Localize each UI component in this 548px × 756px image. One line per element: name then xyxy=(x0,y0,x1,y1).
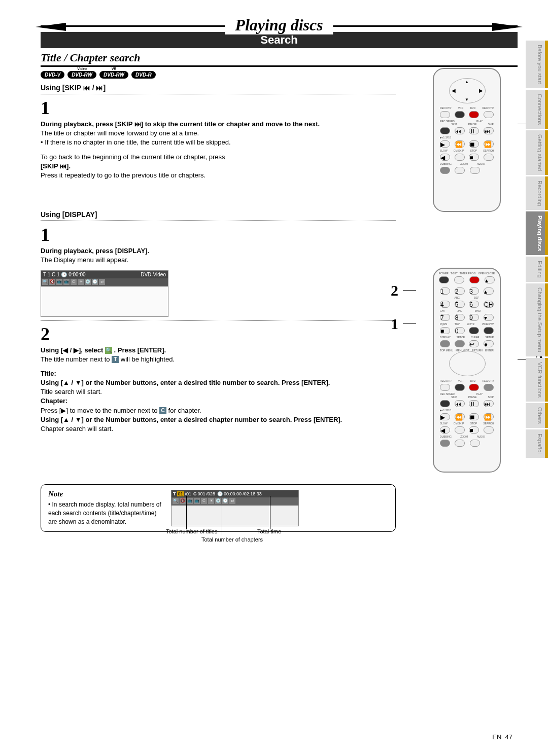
note-bullet: • In search mode display, total numbers … xyxy=(48,500,165,526)
skip-step-number: 1 xyxy=(41,97,396,119)
display-step2-text: Using [◀ / ▶], select 🔍 . Press [ENTER].… xyxy=(41,346,396,364)
display-step2-number: 2 xyxy=(41,323,396,345)
tab-connections[interactable]: Connections xyxy=(526,90,548,129)
callout-total-time: Total time xyxy=(257,528,281,534)
tab-recording[interactable]: Recording xyxy=(526,176,548,210)
display-heading: Using [DISPLAY] xyxy=(41,210,396,219)
skip-goback-text: To go back to the beginning of the curre… xyxy=(41,153,396,181)
callout-total-titles: Total number of titles xyxy=(166,528,218,534)
remote2-callout-2-left: 2 xyxy=(391,282,398,299)
tab-editing[interactable]: Editing xyxy=(526,257,548,282)
page-number: EN 47 xyxy=(492,733,512,741)
tab-playing-discs[interactable]: Playing discs xyxy=(526,211,548,255)
tab-others[interactable]: Others xyxy=(526,403,548,428)
note-box: Note • In search mode display, total num… xyxy=(41,484,396,532)
search-icon: 🔍 xyxy=(105,347,112,354)
dotted-rule xyxy=(41,94,396,94)
tab-changing-setup[interactable]: Changing the Setup menu xyxy=(526,283,548,356)
badge-dvd-rw-vr: VRDVD-RW xyxy=(99,71,128,79)
header-rule: Playing discs xyxy=(41,25,518,27)
badge-dvd-v: DVD-V xyxy=(41,71,64,79)
header-decor-left xyxy=(36,23,66,31)
note-display-panel: T 01/01 C 001/028 🕒 00:00:00/02:18:33 🔍🔇… xyxy=(171,490,299,526)
remote-diagram-2: POWERT-SETTIMER PROG.OPEN/CLOSE ▴ 123▴ A… xyxy=(416,268,518,473)
tab-getting-started[interactable]: Getting started xyxy=(526,130,548,175)
title-icon: T xyxy=(112,356,119,363)
dotted-rule-3 xyxy=(41,320,396,320)
tab-espanol[interactable]: Español xyxy=(526,429,548,458)
page-title: Playing discs xyxy=(225,16,333,34)
callout-total-chapters: Total number of chapters xyxy=(201,536,263,543)
disc-badges: DVD-V VideoDVD-RW VRDVD-RW DVD-R xyxy=(41,71,396,79)
display-step1-number: 1 xyxy=(41,224,396,245)
note-title: Note xyxy=(48,490,165,498)
skip-step-text: During playback, press [SKIP ⏭] to skip … xyxy=(41,120,396,148)
remote-btn-1: 1 xyxy=(440,287,450,295)
section-title: Title / Chapter search xyxy=(41,51,518,64)
tab-vcr-functions[interactable]: VCR functions xyxy=(526,358,548,402)
badge-dvd-rw-video: VideoDVD-RW xyxy=(67,71,96,79)
skip-heading: Using [SKIP ⏮ / ⏭] xyxy=(41,84,396,92)
section-tabs-sidebar: Before you start Connections Getting sta… xyxy=(526,41,548,756)
tab-before-you-start[interactable]: Before you start xyxy=(526,41,548,88)
display-menu-panel: T 1 C 1 🕒 0:00:00DVD-Video 🔍🔇📺📺C☀💿🕒⇄ xyxy=(41,270,168,317)
title-search-text: Title: Using [▲ / ▼] or the Number butto… xyxy=(41,369,396,434)
remote-diagram-1: ◀▶▲▼ REC/OTRVCRDVDREC/OTR REC SPEEDPLAY … xyxy=(416,68,518,212)
chapter-icon: C xyxy=(159,407,166,414)
display-step1-text: During playback, press [DISPLAY]. The Di… xyxy=(41,246,396,265)
remote2-callout-1: 1 xyxy=(391,315,398,333)
badge-dvd-r: DVD-R xyxy=(131,71,156,79)
dotted-rule-2 xyxy=(41,221,396,221)
header-decor-right xyxy=(492,23,523,31)
